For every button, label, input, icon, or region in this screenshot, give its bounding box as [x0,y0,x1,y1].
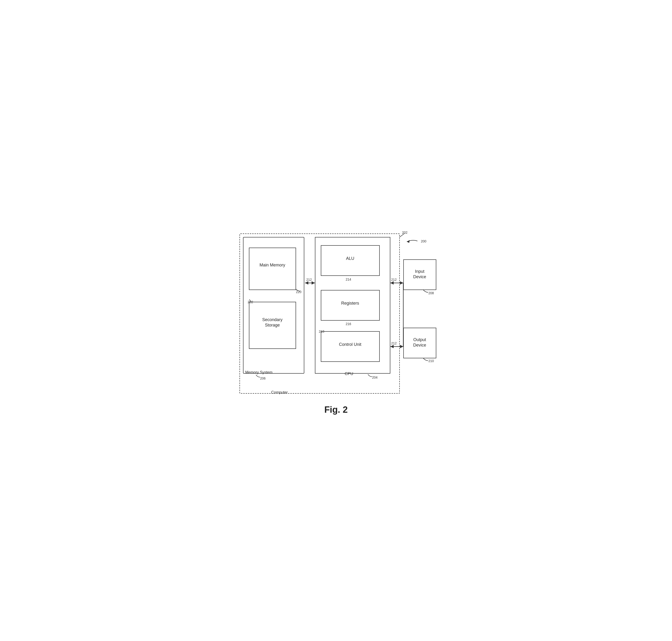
control-unit-label: Control Unit [328,342,373,347]
cpu-label: CPU [334,371,364,377]
ref-218: 218 [319,330,324,333]
ref-206: 206 [260,377,266,380]
main-memory-box [249,248,296,290]
ref-222: 222 [248,300,253,304]
ref-212a: 212 [306,278,312,282]
ref-208: 208 [429,291,434,295]
ref-204: 204 [372,376,378,379]
diagram-container: Main Memory SecondaryStorage Memory Syst… [235,224,438,417]
ref-212c: 212 [391,341,397,345]
ref-202: 202 [402,231,407,234]
ref-220: 220 [296,290,301,294]
main-memory-label: Main Memory [254,262,291,268]
ref-216: 216 [346,322,351,326]
figure-caption: Fig. 2 [324,405,348,415]
computer-label: Computer [271,390,288,395]
svg-marker-5 [400,281,403,285]
secondary-storage-label: SecondaryStorage [254,317,291,328]
ref-210: 210 [429,359,434,363]
svg-marker-10 [407,240,409,243]
ref-200: 200 [421,239,426,243]
alu-label: ALU [328,256,373,261]
registers-label: Registers [328,301,373,306]
ref-212b: 212 [391,278,397,282]
output-device-label: OutputDevice [407,337,433,348]
ref-214: 214 [346,277,351,281]
memory-system-label: Memory System [245,370,273,375]
svg-marker-8 [400,345,403,348]
input-device-label: InputDevice [407,269,433,280]
